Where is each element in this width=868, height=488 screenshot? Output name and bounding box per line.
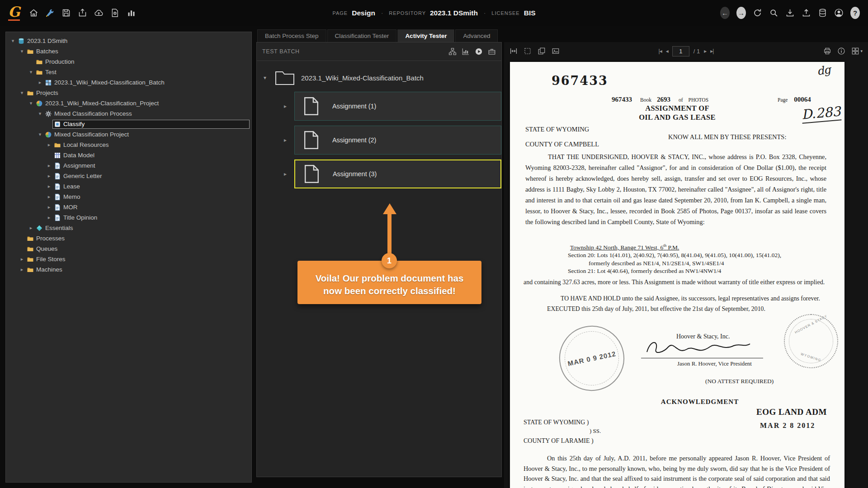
- expand-icon[interactable]: ▸: [46, 204, 52, 210]
- bar-chart-icon[interactable]: [127, 8, 136, 18]
- tree-item[interactable]: ▸Essentials: [6, 223, 251, 233]
- save-icon[interactable]: [61, 8, 71, 18]
- collapse-icon[interactable]: ▾: [28, 100, 34, 106]
- download-icon[interactable]: [785, 8, 795, 18]
- layout-button[interactable]: ▾: [851, 47, 863, 55]
- tree-item[interactable]: ▸Lease: [6, 181, 251, 192]
- export-batch-icon[interactable]: [488, 47, 496, 56]
- expand-icon[interactable]: ▸: [37, 80, 43, 85]
- tree-item[interactable]: ▸2023.1_Wiki_Mixed-Classification_Batch: [6, 77, 251, 88]
- batch-folder-icon: [275, 70, 295, 85]
- previous-page-button[interactable]: ◂: [666, 48, 668, 54]
- collapse-icon[interactable]: ▾: [19, 48, 25, 54]
- viewer-left-icons: [509, 47, 560, 55]
- collapse-icon[interactable]: ▾: [9, 38, 16, 44]
- expand-icon[interactable]: ▸: [46, 215, 52, 221]
- page-number-input[interactable]: 1: [672, 46, 689, 56]
- expand-icon[interactable]: ▸: [28, 225, 34, 231]
- tree-item[interactable]: Processes: [6, 233, 251, 244]
- page-value[interactable]: Design: [352, 9, 375, 17]
- collapse-icon[interactable]: ▾: [261, 75, 269, 81]
- tree-item[interactable]: ▾2023.1 DSmith: [6, 36, 251, 46]
- recording-page-info: Page 00064: [778, 95, 811, 103]
- batch-tree-icon[interactable]: [448, 47, 457, 56]
- nav-back-icon[interactable]: ←: [720, 8, 730, 18]
- tree-item[interactable]: ▸MOR: [6, 202, 251, 212]
- tree-item-label: Title Opinion: [63, 214, 97, 221]
- document-settings-icon[interactable]: [110, 8, 120, 18]
- expand-icon[interactable]: ▸: [284, 103, 290, 109]
- tab-batch-process-step[interactable]: Batch Process Step: [257, 29, 326, 42]
- expand-icon[interactable]: ▸: [46, 173, 52, 179]
- expand-icon[interactable]: ▸: [284, 137, 290, 143]
- expand-icon[interactable]: ▸: [284, 171, 290, 177]
- tree-item[interactable]: ▾Test: [6, 67, 251, 77]
- info-icon[interactable]: [837, 47, 845, 55]
- collapse-icon[interactable]: ▾: [37, 131, 43, 137]
- search-icon[interactable]: [769, 8, 778, 18]
- tools-icon[interactable]: [45, 8, 55, 18]
- legal-description-block: Township 42 North, Range 71 West, 6th P.…: [568, 242, 781, 275]
- tree-item[interactable]: Production: [6, 56, 251, 67]
- print-icon[interactable]: [823, 47, 831, 55]
- tab-advanced[interactable]: Advanced: [455, 29, 498, 42]
- tree-item[interactable]: ▸Title Opinion: [6, 212, 251, 223]
- account-icon[interactable]: [834, 8, 844, 18]
- expand-icon[interactable]: ▸: [46, 142, 52, 148]
- collapse-icon[interactable]: ▾: [37, 111, 43, 117]
- tree-item[interactable]: Data Model: [6, 150, 251, 160]
- repository-value[interactable]: 2023.1 DSmith: [430, 9, 478, 17]
- tree-item[interactable]: ▸Generic Letter: [6, 171, 251, 181]
- tree-item[interactable]: Classify: [6, 119, 251, 129]
- home-icon[interactable]: [29, 8, 38, 18]
- upload-icon[interactable]: [802, 8, 811, 18]
- batch-chart-icon[interactable]: [462, 47, 470, 56]
- export-box-icon[interactable]: [78, 8, 87, 18]
- document-canvas[interactable]: dg 967433 967433 Book 2693 of PHOTOS Pag…: [504, 60, 868, 488]
- tree-item[interactable]: ▾Projects: [6, 88, 251, 98]
- tree-item[interactable]: ▸File Stores: [6, 254, 251, 264]
- select-region-icon[interactable]: [524, 47, 532, 55]
- first-page-button[interactable]: |◂: [659, 48, 662, 54]
- image-icon[interactable]: [552, 47, 560, 55]
- last-page-button[interactable]: ▸|: [710, 48, 713, 54]
- tree-item[interactable]: ▾2023.1_Wiki_Mixed-Classification_Projec…: [6, 98, 251, 108]
- refresh-icon[interactable]: [753, 8, 762, 18]
- tree-item[interactable]: ▾Batches: [6, 46, 251, 56]
- tree-item[interactable]: ▾Mixed Classification Process: [6, 108, 251, 119]
- help-icon[interactable]: ?: [850, 8, 860, 18]
- batch-document-card[interactable]: Assignment (2): [294, 126, 501, 155]
- tree-item[interactable]: ▸Local Resources: [6, 140, 251, 150]
- tree-item[interactable]: ▾Mixed Classification Project: [6, 129, 251, 140]
- folder-icon: [27, 266, 34, 273]
- tab-classification-tester[interactable]: Classification Tester: [327, 29, 397, 42]
- node-tree: ▾2023.1 DSmith▾BatchesProduction▾Test▸20…: [6, 36, 251, 275]
- database-icon[interactable]: [818, 8, 827, 18]
- nav-forward-icon[interactable]: →: [736, 8, 746, 18]
- batch-root-row[interactable]: ▾ 2023.1_Wiki_Mixed-Classification_Batch: [261, 70, 501, 85]
- expand-icon[interactable]: ▸: [46, 163, 52, 169]
- cloud-upload-icon[interactable]: [94, 8, 104, 18]
- know-all-men-line: KNOW ALL MEN BY THESE PRESENTS:: [668, 133, 786, 141]
- expand-icon[interactable]: ▸: [46, 183, 52, 189]
- pages-icon[interactable]: [538, 47, 546, 55]
- expand-icon[interactable]: ▸: [19, 267, 25, 272]
- expand-icon[interactable]: ▸: [46, 194, 52, 200]
- licensee-value[interactable]: BIS: [524, 9, 536, 17]
- header-right-icons: ←→?: [720, 8, 860, 18]
- layout-icon: [851, 47, 859, 55]
- collapse-icon[interactable]: ▾: [28, 69, 34, 75]
- next-page-button[interactable]: ▸: [704, 48, 706, 54]
- expand-icon[interactable]: ▸: [19, 256, 25, 262]
- tree-item[interactable]: ▸Assignment: [6, 160, 251, 171]
- batch-document-card[interactable]: Assignment (3): [294, 160, 501, 188]
- batch-document-card[interactable]: Assignment (1): [294, 92, 501, 121]
- tab-activity-tester[interactable]: Activity Tester: [397, 29, 454, 42]
- tree-item[interactable]: Queues: [6, 244, 251, 254]
- grooper-logo[interactable]: G: [8, 5, 20, 21]
- fit-width-icon[interactable]: [509, 47, 518, 55]
- play-icon[interactable]: [475, 47, 483, 56]
- tree-item[interactable]: ▸Machines: [6, 264, 251, 275]
- tree-item[interactable]: ▸Memo: [6, 192, 251, 202]
- collapse-icon[interactable]: ▾: [19, 90, 25, 96]
